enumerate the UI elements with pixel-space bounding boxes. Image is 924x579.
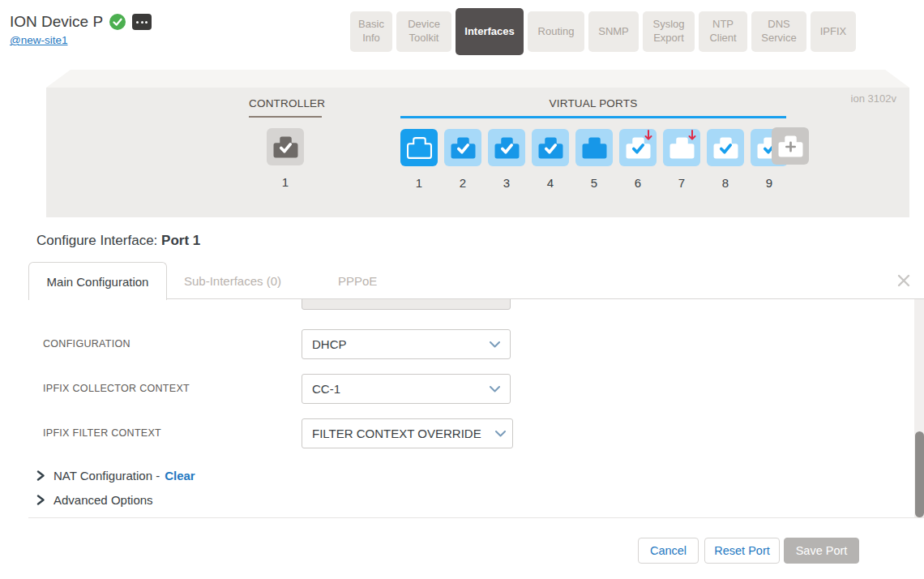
reset-port-button[interactable]: Reset Port (704, 538, 780, 564)
admin-down-arrow-icon (644, 130, 652, 142)
add-port-icon (778, 135, 803, 157)
controller-port-number: 1 (282, 175, 289, 189)
port-number: 1 (416, 176, 422, 190)
scrollbar-thumb[interactable] (915, 431, 924, 517)
virtual-ports-underline (400, 116, 786, 118)
port-icon (273, 136, 298, 158)
device-chassis-panel: ion 3102v CONTROLLER 1 VIRTUAL POR (46, 70, 909, 217)
tab-ipfix[interactable]: IPFIX (811, 11, 856, 52)
nat-configuration-section[interactable]: NAT Configuration - Clear (36, 469, 195, 482)
ipfix-filter-context-select[interactable]: FILTER CONTEXT OVERRIDE (302, 418, 513, 448)
save-port-button[interactable]: Save Port (784, 538, 859, 564)
tab-routing[interactable]: Routing (528, 11, 584, 52)
cancel-button[interactable]: Cancel (638, 538, 699, 564)
tab-sub-interfaces[interactable]: Sub-Interfaces (0) (184, 262, 281, 299)
close-icon[interactable] (896, 273, 911, 288)
port-icon-selected (407, 137, 432, 159)
nat-configuration-label: NAT Configuration - (53, 469, 160, 482)
configuration-value: DHCP (312, 337, 347, 351)
virtual-ports-heading: VIRTUAL PORTS (400, 97, 786, 109)
scrollbar-track[interactable] (914, 299, 924, 517)
chevron-down-icon (490, 341, 500, 348)
chassis-top-bevel (46, 70, 909, 88)
chevron-right-icon (36, 495, 45, 505)
configure-port-name: Port 1 (161, 233, 200, 248)
ipfix-filter-context-label: IPFIX FILTER CONTEXT (43, 427, 161, 439)
tab-snmp[interactable]: SNMP (588, 11, 639, 52)
tab-ntp-client[interactable]: NTP Client (699, 11, 747, 52)
chevron-right-icon (36, 470, 45, 481)
port-number: 2 (460, 176, 466, 190)
chevron-down-icon (495, 431, 506, 437)
port-icon-checked (494, 137, 520, 159)
nat-clear-link[interactable]: Clear (165, 469, 195, 482)
configure-interface-title: Configure Interface: Port 1 (36, 233, 200, 249)
controller-heading: CONTROLLER (249, 97, 322, 109)
port-number: 7 (678, 176, 685, 190)
virtual-port-6[interactable] (619, 129, 657, 166)
device-name: ION Device P (10, 13, 103, 31)
more-actions-icon[interactable] (132, 14, 152, 30)
port-icon-checked (713, 137, 738, 159)
virtual-port-8[interactable] (707, 129, 744, 166)
virtual-port-7[interactable] (663, 129, 700, 166)
device-model-label: ion 3102v (851, 92, 896, 105)
advanced-options-label: Advanced Options (53, 493, 153, 507)
virtual-ports-section: VIRTUAL PORTS 1 (400, 97, 786, 190)
advanced-options-section[interactable]: Advanced Options (36, 493, 153, 507)
add-port-button[interactable] (772, 127, 809, 165)
port-number: 4 (547, 176, 554, 190)
ipfix-filter-context-value: FILTER CONTEXT OVERRIDE (312, 427, 481, 440)
chevron-down-icon (490, 386, 500, 392)
port-number: 3 (503, 176, 510, 190)
configuration-label: CONFIGURATION (43, 338, 130, 350)
admin-down-arrow-icon (688, 130, 696, 142)
site-link[interactable]: @new-site1 (10, 34, 67, 46)
tab-device-toolkit[interactable]: Device Toolkit (396, 11, 451, 52)
port-icon-checked (538, 137, 563, 159)
tab-syslog-export[interactable]: Syslog Export (643, 11, 695, 52)
controller-underline (249, 116, 322, 118)
port-number: 5 (591, 176, 597, 190)
device-tab-bar: Basic Info Device Toolkit Interfaces Rou… (350, 8, 856, 55)
tab-basic-info[interactable]: Basic Info (350, 11, 392, 52)
port-icon-checked (451, 137, 476, 159)
configuration-select[interactable]: DHCP (302, 329, 511, 359)
port-number: 6 (635, 176, 641, 190)
port-number: 8 (722, 176, 729, 190)
form-scroll-area: No available circuits CONFIGURATION DHCP… (0, 299, 914, 517)
port-icon (582, 137, 607, 159)
virtual-port-1[interactable] (400, 129, 438, 166)
tab-interfaces[interactable]: Interfaces (456, 8, 524, 55)
tab-dns-service[interactable]: DNS Service (751, 11, 806, 52)
configure-tab-bar: Main Configuration Sub-Interfaces (0) PP… (0, 262, 924, 299)
footer-divider (28, 517, 924, 518)
ipfix-collector-context-label: IPFIX COLLECTOR CONTEXT (43, 383, 190, 394)
verified-check-icon (109, 14, 126, 30)
port-number: 9 (766, 176, 772, 190)
virtual-port-3[interactable] (488, 129, 525, 166)
tab-main-configuration[interactable]: Main Configuration (28, 262, 167, 300)
virtual-port-4[interactable] (532, 129, 569, 166)
configure-title-prefix: Configure Interface: (36, 233, 157, 248)
virtual-port-5[interactable] (575, 129, 613, 166)
tab-pppoe[interactable]: PPPoE (338, 262, 377, 299)
circuit-select[interactable]: No available circuits (302, 299, 511, 310)
controller-port-1[interactable] (267, 128, 304, 165)
ipfix-collector-context-value: CC-1 (312, 382, 340, 396)
controller-section: CONTROLLER 1 (249, 97, 322, 189)
device-header: ION Device P @new-site1 (10, 13, 152, 47)
circuit-select-value: No available circuits (312, 299, 420, 302)
ipfix-collector-context-select[interactable]: CC-1 (302, 374, 511, 404)
virtual-port-2[interactable] (444, 129, 481, 166)
